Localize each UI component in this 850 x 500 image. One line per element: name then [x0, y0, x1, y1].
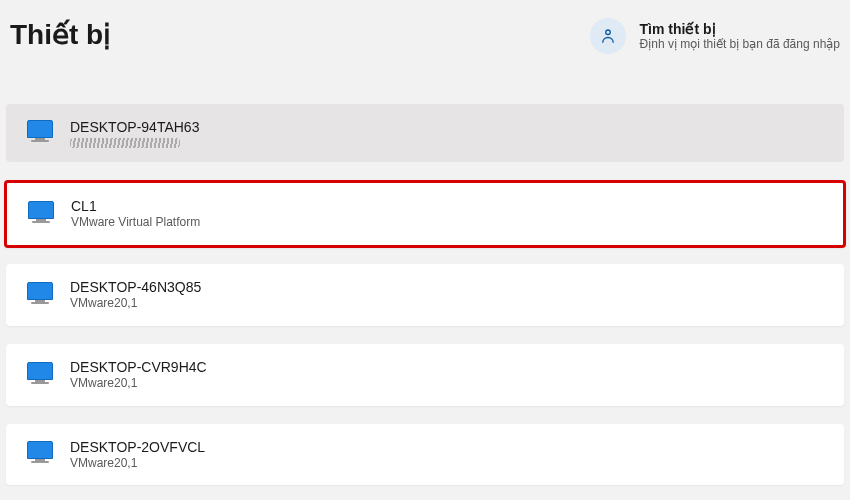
person-pin-icon — [599, 27, 617, 45]
redacted-text — [70, 138, 180, 148]
device-sub: VMware20,1 — [70, 376, 207, 392]
device-item[interactable]: DESKTOP-CVR9H4C VMware20,1 — [6, 344, 844, 406]
device-text: DESKTOP-2OVFVCL VMware20,1 — [70, 438, 205, 472]
monitor-icon — [26, 282, 54, 308]
device-name: DESKTOP-94TAH63 — [70, 118, 199, 136]
find-device-text: Tìm thiết bị Định vị mọi thiết bị bạn đã… — [640, 21, 840, 51]
page-title: Thiết bị — [10, 18, 111, 51]
device-text: CL1 VMware Virtual Platform — [71, 197, 200, 231]
device-text: DESKTOP-CVR9H4C VMware20,1 — [70, 358, 207, 392]
monitor-icon — [27, 201, 55, 227]
device-item[interactable]: DESKTOP-46N3Q85 VMware20,1 — [6, 264, 844, 326]
device-item[interactable]: DESKTOP-2OVFVCL VMware20,1 — [6, 424, 844, 486]
device-name: DESKTOP-2OVFVCL — [70, 438, 205, 456]
device-name: CL1 — [71, 197, 200, 215]
page-header: Thiết bị Tìm thiết bị Định vị mọi thiết … — [0, 0, 850, 64]
find-device-icon — [590, 18, 626, 54]
monitor-icon — [26, 120, 54, 146]
device-name: DESKTOP-46N3Q85 — [70, 278, 201, 296]
device-sub: VMware20,1 — [70, 456, 205, 472]
find-device-link[interactable]: Tìm thiết bị Định vị mọi thiết bị bạn đã… — [590, 18, 840, 54]
monitor-icon — [26, 362, 54, 388]
find-device-title: Tìm thiết bị — [640, 21, 840, 37]
monitor-icon — [26, 441, 54, 467]
device-sub: VMware20,1 — [70, 296, 201, 312]
device-list: DESKTOP-94TAH63 CL1 VMware Virtual Platf… — [0, 104, 850, 485]
device-text: DESKTOP-94TAH63 — [70, 118, 199, 148]
svg-point-0 — [605, 30, 610, 35]
device-text: DESKTOP-46N3Q85 VMware20,1 — [70, 278, 201, 312]
device-sub: VMware Virtual Platform — [71, 215, 200, 231]
device-name: DESKTOP-CVR9H4C — [70, 358, 207, 376]
device-item[interactable]: DESKTOP-94TAH63 — [6, 104, 844, 162]
find-device-subtitle: Định vị mọi thiết bị bạn đã đăng nhập — [640, 37, 840, 51]
device-item[interactable]: CL1 VMware Virtual Platform — [4, 180, 846, 248]
